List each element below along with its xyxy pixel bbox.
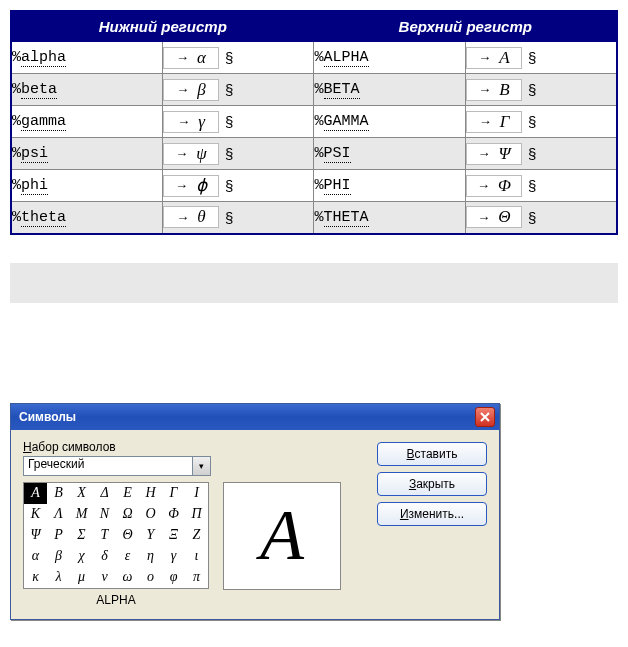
symbol-cell: →Γ§ — [465, 106, 617, 138]
symbol-cell: →A§ — [465, 42, 617, 74]
symbol-cell: →Φ§ — [465, 170, 617, 202]
char-cell[interactable]: Λ — [47, 504, 70, 525]
char-cell[interactable]: μ — [70, 567, 93, 588]
char-cell[interactable]: Δ — [93, 483, 116, 504]
char-cell[interactable]: o — [139, 567, 162, 588]
edit-button[interactable]: Изменить... — [377, 502, 487, 526]
char-cell[interactable]: Ψ — [24, 525, 47, 546]
char-cell[interactable]: K — [24, 504, 47, 525]
char-cell[interactable]: α — [24, 546, 47, 567]
close-button[interactable]: Закрыть — [377, 472, 487, 496]
charset-combo[interactable]: Греческий ▾ — [23, 456, 211, 476]
arrow-box: →γ — [163, 111, 219, 133]
char-cell[interactable]: ε — [116, 546, 139, 567]
gray-strip — [10, 263, 618, 303]
arrow-box: →Φ — [466, 175, 522, 197]
command-cell: %PHI — [314, 170, 465, 202]
arrow-box: →ϕ — [163, 175, 219, 197]
arrow-box: →α — [163, 47, 219, 69]
char-cell[interactable]: δ — [93, 546, 116, 567]
symbol-cell: →B§ — [465, 74, 617, 106]
char-cell[interactable]: A — [24, 483, 47, 504]
char-cell[interactable]: κ — [24, 567, 47, 588]
arrow-box: →β — [163, 79, 219, 101]
symbol-cell: →ψ§ — [162, 138, 314, 170]
charset-label: Набор символов — [23, 440, 367, 454]
symbol-cell: →Θ§ — [465, 202, 617, 234]
char-cell[interactable]: O — [139, 504, 162, 525]
char-cell[interactable]: B — [47, 483, 70, 504]
selected-name: ALPHA — [23, 593, 209, 607]
command-cell: %theta — [11, 202, 162, 234]
command-cell: %PSI — [314, 138, 465, 170]
header-lower: Нижний регистр — [11, 11, 314, 42]
char-cell[interactable]: Π — [185, 504, 208, 525]
symbols-dialog: Символы Набор символов Греческий ▾ ABXΔE… — [10, 403, 500, 620]
char-cell[interactable]: χ — [70, 546, 93, 567]
symbol-cell: →θ§ — [162, 202, 314, 234]
chevron-down-icon[interactable]: ▾ — [193, 456, 211, 476]
symbol-cell: →β§ — [162, 74, 314, 106]
registry-table: Нижний регистр Верхний регистр %alpha→α§… — [10, 10, 618, 235]
char-cell[interactable]: Σ — [70, 525, 93, 546]
charset-value[interactable]: Греческий — [23, 456, 193, 476]
command-cell: %psi — [11, 138, 162, 170]
char-cell[interactable]: η — [139, 546, 162, 567]
char-cell[interactable]: Ξ — [162, 525, 185, 546]
arrow-box: →θ — [163, 206, 219, 228]
command-cell: %phi — [11, 170, 162, 202]
char-cell[interactable]: ν — [93, 567, 116, 588]
header-upper: Верхний регистр — [314, 11, 617, 42]
char-grid[interactable]: ABXΔEHΓIKΛMNΩOΦΠΨPΣTΘYΞZαβχδεηγικλμνωoφπ — [23, 482, 209, 589]
command-cell: %THETA — [314, 202, 465, 234]
insert-button[interactable]: Вставить — [377, 442, 487, 466]
arrow-box: →Θ — [466, 206, 522, 228]
char-cell[interactable]: X — [70, 483, 93, 504]
preview-glyph: A — [223, 482, 341, 590]
close-icon[interactable] — [475, 407, 495, 427]
symbol-cell: →Ψ§ — [465, 138, 617, 170]
char-cell[interactable]: γ — [162, 546, 185, 567]
char-cell[interactable]: λ — [47, 567, 70, 588]
char-cell[interactable]: φ — [162, 567, 185, 588]
char-cell[interactable]: Z — [185, 525, 208, 546]
char-cell[interactable]: Ω — [116, 504, 139, 525]
char-cell[interactable]: Y — [139, 525, 162, 546]
char-cell[interactable]: π — [185, 567, 208, 588]
char-cell[interactable]: I — [185, 483, 208, 504]
char-cell[interactable]: H — [139, 483, 162, 504]
arrow-box: →B — [466, 79, 522, 101]
symbol-cell: →ϕ§ — [162, 170, 314, 202]
char-cell[interactable]: M — [70, 504, 93, 525]
char-cell[interactable]: T — [93, 525, 116, 546]
command-cell: %gamma — [11, 106, 162, 138]
char-cell[interactable]: E — [116, 483, 139, 504]
char-cell[interactable]: ω — [116, 567, 139, 588]
arrow-box: →Γ — [466, 111, 522, 133]
symbol-cell: →α§ — [162, 42, 314, 74]
char-cell[interactable]: P — [47, 525, 70, 546]
command-cell: %beta — [11, 74, 162, 106]
arrow-box: →A — [466, 47, 522, 69]
symbol-cell: →γ§ — [162, 106, 314, 138]
char-cell[interactable]: β — [47, 546, 70, 567]
char-cell[interactable]: Φ — [162, 504, 185, 525]
char-cell[interactable]: ι — [185, 546, 208, 567]
command-cell: %alpha — [11, 42, 162, 74]
command-cell: %BETA — [314, 74, 465, 106]
command-cell: %ALPHA — [314, 42, 465, 74]
char-cell[interactable]: Γ — [162, 483, 185, 504]
dialog-titlebar: Символы — [11, 404, 499, 430]
char-cell[interactable]: N — [93, 504, 116, 525]
command-cell: %GAMMA — [314, 106, 465, 138]
arrow-box: →Ψ — [466, 143, 522, 165]
arrow-box: →ψ — [163, 143, 219, 165]
char-cell[interactable]: Θ — [116, 525, 139, 546]
dialog-title: Символы — [19, 410, 76, 424]
